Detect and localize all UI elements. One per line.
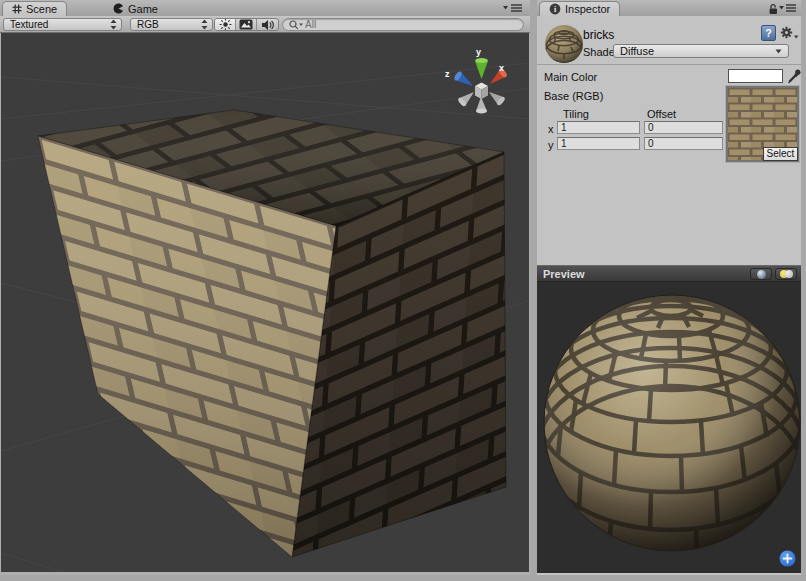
material-name: bricks [583,28,614,42]
two-spheres-icon [780,270,793,278]
sphere-icon [757,270,766,279]
offset-header: Offset [647,108,676,120]
search-box[interactable] [282,18,524,31]
eyedropper-icon[interactable] [787,67,801,84]
tab-scene[interactable]: Scene [2,1,67,16]
game-icon [113,3,124,14]
tab-game[interactable]: Game [104,1,167,16]
material-sphere-thumbnail [544,24,584,64]
scene-tabbar: Scene Game [0,0,530,16]
offset-y-input[interactable] [644,137,723,150]
select-label: Select [767,148,795,159]
tab-inspector[interactable]: i Inspector [539,1,620,16]
render-effects-toggle[interactable] [236,19,257,30]
shader-value: Diffuse [620,45,775,57]
select-texture-button[interactable]: Select [763,147,798,161]
draw-mode-dropdown[interactable]: Textured [3,18,122,31]
gizmo-x-label: x [499,63,504,73]
inspector-tabbar: i Inspector [537,0,801,16]
inspector-menu-icon[interactable] [779,3,797,13]
menu-icon [779,3,797,13]
main-color-swatch[interactable] [728,69,783,83]
tab-inspector-label: Inspector [565,3,610,15]
scene-panel: Scene Game Textured [0,0,530,575]
tiling-row-y-axis: y [548,139,554,151]
search-input[interactable] [305,19,517,30]
unity-editor-window: Scene Game Textured [0,0,806,581]
color-mode-label: RGB [137,19,201,30]
gizmo-z-label: z [445,69,450,79]
menu-icon [503,3,523,13]
preview-mesh-button[interactable] [750,268,772,280]
gizmo-center-cube[interactable] [475,83,488,100]
gizmo-y-cone[interactable] [475,61,488,79]
tiling-x-input[interactable] [557,121,640,134]
shader-dropdown[interactable]: Diffuse [613,44,789,58]
header-separator [537,64,801,65]
base-rgb-label: Base (RGB) [544,90,603,102]
gizmo-neg-y-cap [476,109,487,114]
tiling-header: Tiling [563,108,589,120]
scene-toggle-group [214,18,279,31]
magnifier-icon [289,20,303,30]
updown-arrows-icon [110,19,117,30]
sun-icon [219,18,232,31]
tab-game-label: Game [128,3,158,15]
color-mode-dropdown[interactable]: RGB [130,18,213,31]
help-book-icon[interactable]: ? [761,25,776,41]
scene-3d-view: y x z [1,33,529,572]
gizmo-y-cap [475,58,488,63]
help-glyph: ? [765,28,771,39]
gizmo-y-label: y [476,47,481,57]
audio-toggle[interactable] [257,19,278,30]
orientation-gizmo[interactable]: y x z [445,47,508,113]
preview-header[interactable]: Preview [537,265,801,282]
updown-arrows-icon [201,19,208,30]
image-icon [239,19,253,30]
base-texture-thumbnail[interactable]: Select [726,86,799,162]
preview-button-group [750,268,797,280]
grid-icon [12,4,22,14]
lock-icon[interactable] [768,3,779,15]
preview-lighting-button[interactable] [775,268,797,280]
chevron-down-icon [775,49,782,54]
draw-mode-label: Textured [10,19,110,30]
lighting-toggle[interactable] [215,19,236,30]
preview-area[interactable] [537,282,801,573]
scene-viewport[interactable]: y x z [1,33,529,572]
info-icon: i [549,3,561,15]
speaker-icon [261,19,275,31]
offset-x-input[interactable] [644,121,723,134]
tiling-y-input[interactable] [557,137,640,150]
tab-scene-label: Scene [26,3,57,15]
gear-icon[interactable] [780,26,799,40]
inspector-panel: i Inspector [537,0,801,575]
scene-toolbar: Textured RGB [0,16,530,33]
main-color-label: Main Color [544,71,597,83]
preview-sphere [537,282,801,573]
scene-menu-icon[interactable] [503,3,523,13]
preview-title: Preview [543,268,585,280]
brick-cube[interactable] [38,110,506,557]
tiling-row-x-axis: x [548,123,554,135]
plus-icon[interactable] [779,550,796,567]
